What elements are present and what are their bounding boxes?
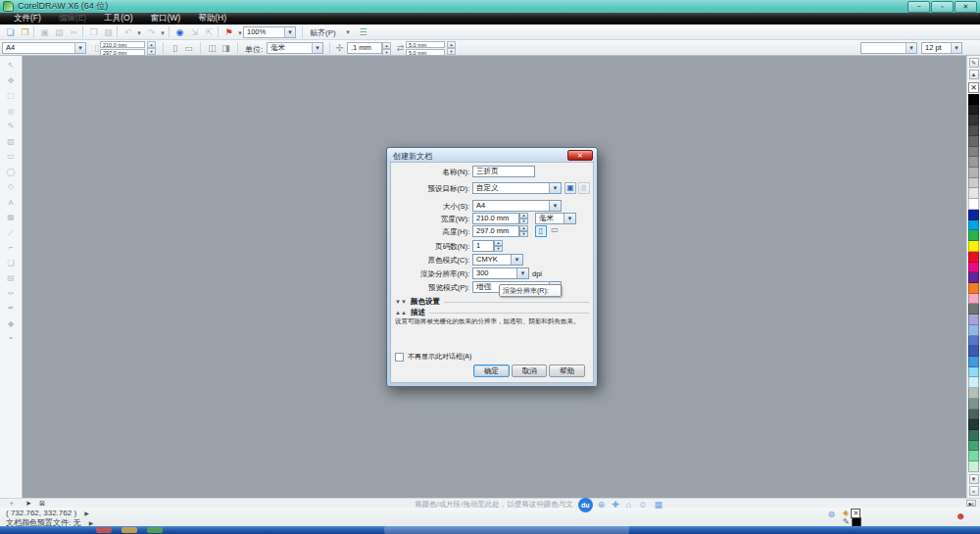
all-pages-icon[interactable]: ◫ <box>206 42 219 54</box>
user-account-icon[interactable]: ☻ <box>956 510 966 521</box>
coords-flyout-icon[interactable]: ▶ <box>84 510 89 516</box>
menu-item[interactable]: 文件(F) <box>6 13 49 24</box>
width-spinner[interactable]: ▲▼ <box>519 213 528 224</box>
color-swatch[interactable] <box>968 136 979 147</box>
color-swatch[interactable] <box>968 252 979 263</box>
width-units-combo[interactable]: 毫米▼ <box>535 213 576 224</box>
color-swatch[interactable] <box>968 304 979 315</box>
color-swatch[interactable] <box>968 147 979 158</box>
color-swatch[interactable] <box>968 220 979 231</box>
font-size-combo[interactable]: 12 pt▼ <box>921 42 962 54</box>
color-mode-combo[interactable]: CMYK▼ <box>472 254 523 266</box>
color-swatch[interactable] <box>968 367 979 378</box>
open-folder-icon[interactable]: ❐ <box>19 26 31 38</box>
options-icon[interactable]: ☰ <box>357 26 369 38</box>
zoom-level-combo[interactable]: 100%▼ <box>243 26 296 38</box>
color-swatch[interactable] <box>968 105 979 116</box>
color-swatch[interactable] <box>968 168 979 178</box>
page-preset-combo[interactable]: A4▼ <box>2 42 86 54</box>
description-section[interactable]: 描述 <box>411 308 425 317</box>
interactive-fill-icon[interactable]: ◓ <box>5 333 18 344</box>
cancel-button[interactable]: 取消 <box>512 364 547 377</box>
drop-shadow-tool-icon[interactable]: ❏ <box>5 258 18 268</box>
chevron-down-icon[interactable]: ▼ <box>345 29 351 35</box>
width-input[interactable]: 210.0 mm <box>472 213 519 224</box>
color-swatch[interactable] <box>968 188 979 199</box>
color-swatch[interactable] <box>968 241 979 252</box>
color-swatch[interactable] <box>968 399 979 410</box>
landscape-button[interactable]: ▭ <box>182 42 195 54</box>
smart-fill-tool-icon[interactable]: ▧ <box>5 136 18 147</box>
freehand-tool-icon[interactable]: ✎ <box>5 121 18 131</box>
color-swatch[interactable] <box>968 346 979 357</box>
color-swatch[interactable] <box>968 263 979 273</box>
welcome-screen-icon[interactable]: ⚑ <box>222 26 235 38</box>
color-swatch[interactable] <box>968 461 979 472</box>
chevron-down-icon[interactable]: ▼ <box>951 43 961 53</box>
table-tool-icon[interactable]: ▦ <box>5 212 18 222</box>
dont-show-again-checkbox[interactable] <box>395 353 404 362</box>
menu-item[interactable]: 帮助(H) <box>190 13 234 24</box>
resolution-combo[interactable]: 300▼ <box>472 267 529 279</box>
chevron-down-icon[interactable]: ▼ <box>136 30 142 36</box>
nudge-spinner[interactable]: ▲▼ <box>382 42 391 54</box>
preset-combo[interactable]: 自定义▼ <box>472 182 562 194</box>
chevron-down-icon[interactable]: ▼ <box>284 27 295 37</box>
chevron-down-icon[interactable]: ▼ <box>511 255 522 265</box>
shape-tool-icon[interactable]: ✥ <box>5 75 18 86</box>
taskbar-app-icon[interactable] <box>147 527 163 533</box>
outline-pen-icon[interactable]: ✒ <box>5 303 18 314</box>
portrait-orientation-button[interactable]: ▯ <box>535 225 547 237</box>
nudge-offset-field[interactable]: .1 mm <box>347 42 382 54</box>
eyedropper-icon[interactable]: ✎ <box>969 58 979 68</box>
color-swatch[interactable] <box>968 199 979 210</box>
color-swatch[interactable] <box>968 230 979 241</box>
taskbar-app-icon[interactable] <box>96 527 112 533</box>
connector-tool-icon[interactable]: ⌐ <box>5 242 18 253</box>
pages-spinner[interactable]: ▲▼ <box>494 240 503 252</box>
portrait-button[interactable]: ▯ <box>169 42 181 54</box>
chevron-down-icon[interactable]: ▼ <box>516 268 528 278</box>
taskbar-active-window[interactable] <box>384 526 629 534</box>
color-swatch[interactable] <box>968 315 979 325</box>
pick-tool-icon[interactable]: ↖ <box>5 60 18 71</box>
color-swatch[interactable] <box>968 419 979 430</box>
close-document-icon[interactable]: ⊠ <box>39 499 45 508</box>
maximize-button[interactable]: ▫ <box>931 1 954 13</box>
chevron-down-icon[interactable]: ▼ <box>312 43 322 53</box>
color-settings-section[interactable]: 颜色设置 <box>411 297 440 307</box>
color-swatch[interactable] <box>968 178 979 189</box>
add-page-icon[interactable]: ＋ <box>8 499 15 508</box>
page-height-field[interactable]: 297.0 mm <box>100 49 145 56</box>
chevron-down-icon[interactable]: ▼ <box>549 201 561 211</box>
color-swatch[interactable] <box>968 157 979 168</box>
color-swatch[interactable] <box>968 210 979 220</box>
color-swatch[interactable] <box>968 115 979 125</box>
chevron-down-icon[interactable]: ▼ <box>906 43 916 53</box>
units-combo[interactable]: 毫米▼ <box>267 42 323 54</box>
crop-tool-icon[interactable]: ⬚ <box>5 90 18 101</box>
color-swatch[interactable] <box>968 125 979 136</box>
color-swatch[interactable] <box>968 94 979 105</box>
chevron-down-icon[interactable]: ▼ <box>564 214 575 223</box>
navigator-end-button[interactable]: ▶| <box>966 500 976 507</box>
menu-item[interactable]: 工具(O) <box>96 13 140 24</box>
color-swatch[interactable] <box>968 336 979 347</box>
zoom-tool-icon[interactable]: ◎ <box>5 106 18 117</box>
chevron-down-icon[interactable]: ▼▼ <box>395 299 407 305</box>
duplicate-spinner[interactable]: ▲▼ <box>447 41 456 53</box>
palette-scroll-down-button[interactable]: ▼ <box>969 474 979 484</box>
windows-taskbar[interactable] <box>0 526 980 534</box>
taskbar-app-icon[interactable] <box>122 527 137 533</box>
chevron-down-icon[interactable]: ▼ <box>549 183 561 193</box>
color-swatch[interactable] <box>968 377 979 388</box>
color-swatch[interactable] <box>968 430 979 441</box>
polygon-tool-icon[interactable]: ◇ <box>5 181 18 192</box>
chevron-down-icon[interactable]: ▼ <box>160 30 166 36</box>
current-page-icon[interactable]: ◨ <box>220 42 232 54</box>
transparency-tool-icon[interactable]: ▤ <box>5 272 18 283</box>
save-preset-icon[interactable]: ▣ <box>564 182 576 194</box>
ellipse-tool-icon[interactable]: ◯ <box>5 167 18 177</box>
rectangle-tool-icon[interactable]: ▭ <box>5 151 18 162</box>
page-width-field[interactable]: 210.0 mm <box>100 41 145 48</box>
